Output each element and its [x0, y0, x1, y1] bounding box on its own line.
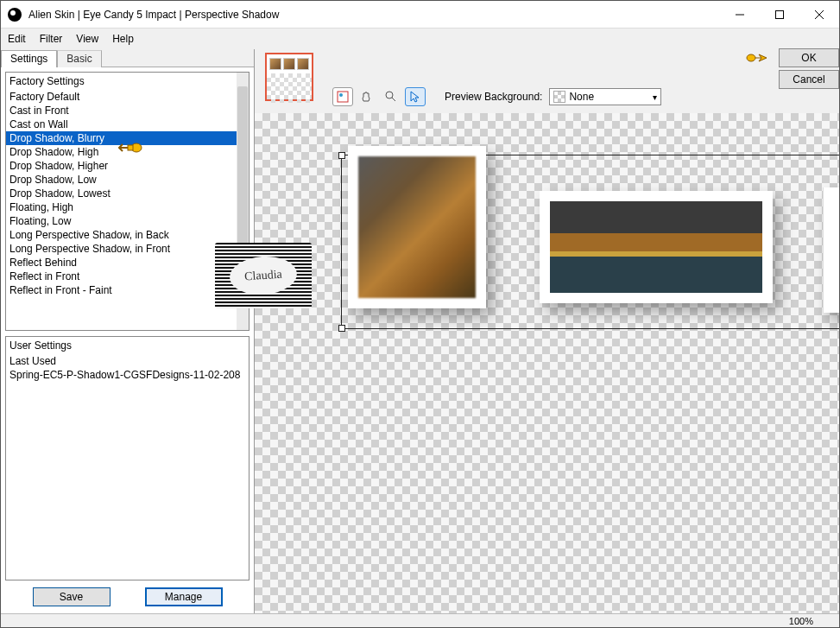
factory-item[interactable]: Cast on Wall	[6, 117, 249, 131]
factory-item[interactable]: Floating, High	[6, 200, 249, 214]
factory-item[interactable]: Drop Shadow, Higher	[6, 159, 249, 173]
preset-thumbnail[interactable]	[265, 53, 313, 101]
tab-settings[interactable]: Settings	[1, 50, 57, 67]
factory-item[interactable]: Reflect Behind	[6, 256, 249, 270]
zoom-tool-icon[interactable]	[381, 87, 401, 106]
factory-header: Factory Settings	[6, 73, 249, 90]
preview-bg-label: Preview Background:	[445, 91, 542, 103]
preview-canvas[interactable]	[255, 113, 839, 613]
menu-edit[interactable]: Edit	[8, 33, 26, 45]
user-item[interactable]: Last Used	[6, 354, 249, 368]
menubar: Edit Filter View Help	[1, 29, 839, 49]
factory-item[interactable]: Drop Shadow, Low	[6, 173, 249, 187]
left-panel: Settings Basic Factory Settings Factory …	[1, 49, 255, 613]
checker-swatch-icon	[553, 91, 565, 103]
fit-tool-icon[interactable]	[332, 87, 353, 106]
window-title: Alien Skin | Eye Candy 5 Impact | Perspe…	[28, 9, 720, 21]
pointer-icon	[117, 139, 143, 156]
svg-point-6	[339, 93, 343, 97]
minimize-button[interactable]	[720, 1, 760, 29]
manage-button[interactable]: Manage	[145, 587, 223, 606]
svg-line-8	[392, 98, 395, 101]
menu-view[interactable]: View	[76, 33, 98, 45]
hand-tool-icon[interactable]	[357, 87, 377, 106]
menu-help[interactable]: Help	[112, 33, 134, 45]
svg-point-7	[386, 92, 393, 98]
preview-toolbar: Preview Background: None ▾	[332, 87, 661, 106]
svg-point-4	[747, 54, 755, 61]
svg-rect-1	[776, 10, 784, 18]
factory-item[interactable]: Long Perspective Shadow, in Front	[6, 242, 249, 256]
watermark: Claudia	[215, 243, 312, 308]
preview-bg-select[interactable]: None ▾	[549, 88, 661, 105]
user-header: User Settings	[6, 337, 249, 354]
factory-item[interactable]: Long Perspective Shadow, in Back	[6, 228, 249, 242]
svg-rect-5	[338, 92, 348, 102]
right-panel: OK Cancel Preview Background: None ▾	[255, 49, 839, 613]
preview-image-2	[540, 191, 773, 303]
preview-bg-value: None	[569, 91, 594, 103]
chevron-down-icon: ▾	[653, 92, 657, 102]
titlebar: Alien Skin | Eye Candy 5 Impact | Perspe…	[1, 1, 839, 29]
svg-rect-10	[128, 145, 133, 150]
factory-settings-list[interactable]: Factory Settings Factory DefaultCast in …	[5, 72, 249, 331]
factory-item[interactable]: Factory Default	[6, 90, 249, 104]
statusbar: 100%	[1, 613, 839, 627]
factory-item[interactable]: Reflect in Front - Faint	[6, 283, 249, 297]
ok-button[interactable]: OK	[779, 48, 839, 67]
close-button[interactable]	[799, 1, 839, 29]
app-icon	[8, 8, 22, 22]
menu-filter[interactable]: Filter	[40, 33, 63, 45]
preview-image-3	[823, 187, 839, 313]
preview-image-1	[348, 146, 486, 308]
user-settings-list[interactable]: User Settings Last UsedSpring-EC5-P-Shad…	[5, 336, 249, 580]
factory-item[interactable]: Floating, Low	[6, 214, 249, 228]
tab-strip: Settings Basic	[1, 49, 254, 67]
pointer-icon	[746, 49, 772, 67]
save-button[interactable]: Save	[33, 587, 111, 606]
user-item[interactable]: Spring-EC5-P-Shadow1-CGSFDesigns-11-02-2…	[6, 368, 249, 382]
watermark-text: Claudia	[229, 254, 299, 296]
maximize-button[interactable]	[760, 1, 799, 29]
factory-item[interactable]: Drop Shadow, Lowest	[6, 187, 249, 200]
zoom-level: 100%	[789, 616, 813, 626]
cancel-button[interactable]: Cancel	[779, 70, 839, 89]
arrow-tool-icon[interactable]	[405, 87, 426, 106]
tab-basic[interactable]: Basic	[57, 50, 101, 67]
factory-item[interactable]: Cast in Front	[6, 104, 249, 117]
factory-item[interactable]: Reflect in Front	[6, 270, 249, 283]
